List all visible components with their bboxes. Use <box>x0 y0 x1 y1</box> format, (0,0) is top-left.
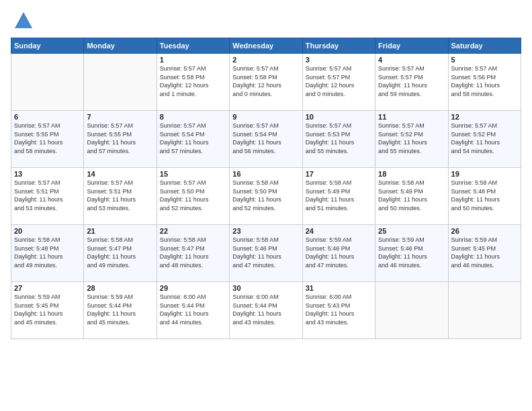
day-number: 9 <box>232 113 299 121</box>
calendar-cell: 21Sunrise: 5:58 AM Sunset: 5:47 PM Dayli… <box>84 225 157 282</box>
day-number: 4 <box>378 56 445 64</box>
calendar-week-row: 13Sunrise: 5:57 AM Sunset: 5:51 PM Dayli… <box>11 168 521 225</box>
calendar-cell: 11Sunrise: 5:57 AM Sunset: 5:52 PM Dayli… <box>375 111 448 168</box>
day-info: Sunrise: 5:57 AM Sunset: 5:54 PM Dayligh… <box>160 122 226 155</box>
day-info: Sunrise: 5:57 AM Sunset: 5:51 PM Dayligh… <box>14 179 81 212</box>
day-info: Sunrise: 5:57 AM Sunset: 5:55 PM Dayligh… <box>14 122 81 155</box>
day-info: Sunrise: 5:58 AM Sunset: 5:50 PM Dayligh… <box>232 179 299 212</box>
weekday-header: Wednesday <box>230 38 302 54</box>
calendar-cell: 9Sunrise: 5:57 AM Sunset: 5:54 PM Daylig… <box>230 111 302 168</box>
calendar-cell: 1Sunrise: 5:57 AM Sunset: 5:58 PM Daylig… <box>157 54 229 111</box>
day-number: 30 <box>232 284 299 292</box>
day-info: Sunrise: 5:58 AM Sunset: 5:48 PM Dayligh… <box>14 236 81 269</box>
calendar-cell: 18Sunrise: 5:58 AM Sunset: 5:49 PM Dayli… <box>375 168 448 225</box>
day-number: 5 <box>451 56 518 64</box>
day-info: Sunrise: 5:57 AM Sunset: 5:56 PM Dayligh… <box>451 64 518 98</box>
day-info: Sunrise: 5:58 AM Sunset: 5:49 PM Dayligh… <box>378 179 445 212</box>
day-number: 29 <box>160 284 226 292</box>
calendar-cell: 8Sunrise: 5:57 AM Sunset: 5:54 PM Daylig… <box>157 111 229 168</box>
day-number: 2 <box>232 56 299 64</box>
day-number: 12 <box>451 113 518 121</box>
day-number: 25 <box>378 227 445 235</box>
calendar-cell <box>84 54 157 111</box>
calendar-week-row: 6Sunrise: 5:57 AM Sunset: 5:55 PM Daylig… <box>11 111 521 168</box>
calendar-cell: 27Sunrise: 5:59 AM Sunset: 5:45 PM Dayli… <box>11 282 84 339</box>
calendar-cell: 19Sunrise: 5:58 AM Sunset: 5:48 PM Dayli… <box>448 168 521 225</box>
day-number: 11 <box>378 113 445 121</box>
calendar-cell: 24Sunrise: 5:59 AM Sunset: 5:46 PM Dayli… <box>302 225 375 282</box>
day-info: Sunrise: 6:00 AM Sunset: 5:43 PM Dayligh… <box>306 293 372 326</box>
day-info: Sunrise: 5:58 AM Sunset: 5:49 PM Dayligh… <box>306 179 372 212</box>
day-number: 3 <box>306 56 372 64</box>
day-number: 14 <box>87 170 153 178</box>
day-info: Sunrise: 5:59 AM Sunset: 5:45 PM Dayligh… <box>451 236 518 269</box>
day-info: Sunrise: 5:57 AM Sunset: 5:55 PM Dayligh… <box>87 122 153 155</box>
day-info: Sunrise: 5:57 AM Sunset: 5:54 PM Dayligh… <box>232 122 299 155</box>
day-info: Sunrise: 5:57 AM Sunset: 5:50 PM Dayligh… <box>160 179 226 212</box>
day-info: Sunrise: 5:58 AM Sunset: 5:48 PM Dayligh… <box>451 179 518 212</box>
page: SundayMondayTuesdayWednesdayThursdayFrid… <box>0 0 532 411</box>
calendar-cell: 30Sunrise: 6:00 AM Sunset: 5:44 PM Dayli… <box>230 282 302 339</box>
calendar-cell: 14Sunrise: 5:57 AM Sunset: 5:51 PM Dayli… <box>84 168 157 225</box>
day-number: 27 <box>14 284 81 292</box>
calendar-cell: 22Sunrise: 5:58 AM Sunset: 5:47 PM Dayli… <box>157 225 229 282</box>
day-number: 1 <box>160 56 226 64</box>
day-info: Sunrise: 5:59 AM Sunset: 5:44 PM Dayligh… <box>87 293 153 326</box>
calendar-cell: 13Sunrise: 5:57 AM Sunset: 5:51 PM Dayli… <box>11 168 84 225</box>
calendar-cell: 7Sunrise: 5:57 AM Sunset: 5:55 PM Daylig… <box>84 111 157 168</box>
day-info: Sunrise: 5:57 AM Sunset: 5:57 PM Dayligh… <box>378 64 445 98</box>
day-info: Sunrise: 5:57 AM Sunset: 5:52 PM Dayligh… <box>378 122 445 155</box>
calendar-table: SundayMondayTuesdayWednesdayThursdayFrid… <box>11 38 521 339</box>
day-number: 8 <box>160 113 226 121</box>
day-info: Sunrise: 5:57 AM Sunset: 5:51 PM Dayligh… <box>87 179 153 212</box>
calendar-cell: 17Sunrise: 5:58 AM Sunset: 5:49 PM Dayli… <box>302 168 375 225</box>
logo <box>11 11 34 31</box>
calendar-cell: 20Sunrise: 5:58 AM Sunset: 5:48 PM Dayli… <box>11 225 84 282</box>
calendar-week-row: 20Sunrise: 5:58 AM Sunset: 5:48 PM Dayli… <box>11 225 521 282</box>
day-info: Sunrise: 5:57 AM Sunset: 5:53 PM Dayligh… <box>306 122 372 155</box>
day-number: 21 <box>87 227 153 235</box>
day-number: 18 <box>378 170 445 178</box>
day-info: Sunrise: 5:57 AM Sunset: 5:58 PM Dayligh… <box>160 64 226 98</box>
day-number: 20 <box>14 227 81 235</box>
calendar-cell: 4Sunrise: 5:57 AM Sunset: 5:57 PM Daylig… <box>375 54 448 111</box>
weekday-header: Friday <box>375 38 448 54</box>
header <box>11 11 521 31</box>
calendar-cell <box>375 282 448 339</box>
day-number: 15 <box>160 170 226 178</box>
day-number: 6 <box>14 113 81 121</box>
calendar-cell: 31Sunrise: 6:00 AM Sunset: 5:43 PM Dayli… <box>302 282 375 339</box>
weekday-header: Thursday <box>302 38 375 54</box>
calendar-cell <box>11 54 84 111</box>
day-number: 17 <box>306 170 372 178</box>
weekday-header: Saturday <box>448 38 521 54</box>
calendar-week-row: 27Sunrise: 5:59 AM Sunset: 5:45 PM Dayli… <box>11 282 521 339</box>
day-number: 23 <box>232 227 299 235</box>
calendar-body: 1Sunrise: 5:57 AM Sunset: 5:58 PM Daylig… <box>11 54 521 339</box>
calendar-cell: 16Sunrise: 5:58 AM Sunset: 5:50 PM Dayli… <box>230 168 302 225</box>
calendar-cell: 28Sunrise: 5:59 AM Sunset: 5:44 PM Dayli… <box>84 282 157 339</box>
calendar-header: SundayMondayTuesdayWednesdayThursdayFrid… <box>11 38 521 54</box>
calendar-cell: 29Sunrise: 6:00 AM Sunset: 5:44 PM Dayli… <box>157 282 229 339</box>
day-info: Sunrise: 5:59 AM Sunset: 5:46 PM Dayligh… <box>306 236 372 269</box>
calendar-cell <box>448 282 521 339</box>
day-info: Sunrise: 5:58 AM Sunset: 5:47 PM Dayligh… <box>160 236 226 269</box>
calendar-cell: 10Sunrise: 5:57 AM Sunset: 5:53 PM Dayli… <box>302 111 375 168</box>
calendar-week-row: 1Sunrise: 5:57 AM Sunset: 5:58 PM Daylig… <box>11 54 521 111</box>
calendar-cell: 25Sunrise: 5:59 AM Sunset: 5:46 PM Dayli… <box>375 225 448 282</box>
day-number: 28 <box>87 284 153 292</box>
day-number: 13 <box>14 170 81 178</box>
day-number: 22 <box>160 227 226 235</box>
day-info: Sunrise: 6:00 AM Sunset: 5:44 PM Dayligh… <box>160 293 226 326</box>
calendar-cell: 3Sunrise: 5:57 AM Sunset: 5:57 PM Daylig… <box>302 54 375 111</box>
weekday-header: Monday <box>84 38 157 54</box>
day-info: Sunrise: 5:57 AM Sunset: 5:57 PM Dayligh… <box>306 64 372 98</box>
day-info: Sunrise: 6:00 AM Sunset: 5:44 PM Dayligh… <box>232 293 299 326</box>
day-info: Sunrise: 5:57 AM Sunset: 5:58 PM Dayligh… <box>232 64 299 98</box>
day-number: 19 <box>451 170 518 178</box>
weekday-row: SundayMondayTuesdayWednesdayThursdayFrid… <box>11 38 521 54</box>
day-info: Sunrise: 5:59 AM Sunset: 5:45 PM Dayligh… <box>14 293 81 326</box>
day-info: Sunrise: 5:58 AM Sunset: 5:46 PM Dayligh… <box>232 236 299 269</box>
day-number: 10 <box>306 113 372 121</box>
logo-icon <box>13 11 34 31</box>
